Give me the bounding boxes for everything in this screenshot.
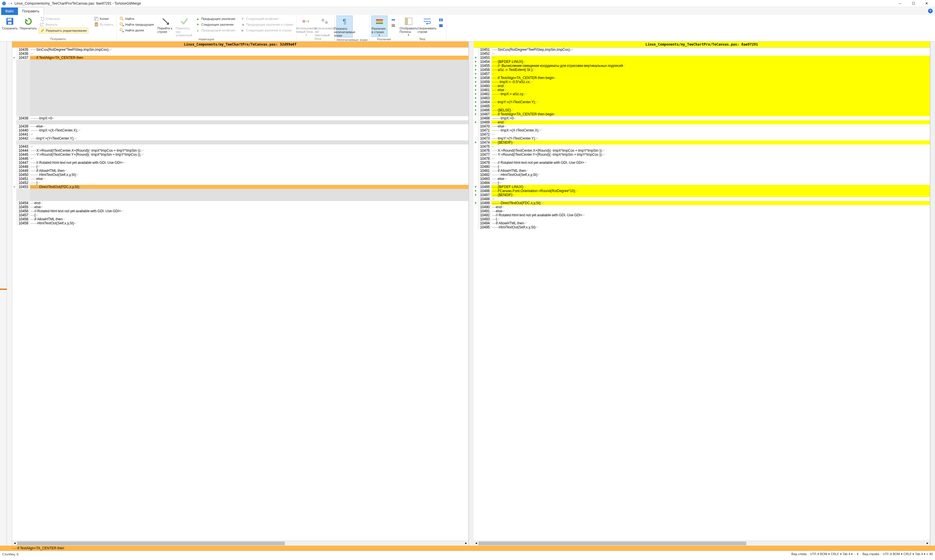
minimize-button[interactable]: ─ (893, 0, 907, 7)
reload-button[interactable]: Перечитать (20, 15, 36, 30)
paste-button[interactable]: Вставить (93, 22, 114, 27)
code-row[interactable]: 10459·······HtmlTextOut(Self,x,y,St)↵ (12, 221, 468, 225)
goto-line-button[interactable]: Перейти к строке (157, 15, 174, 34)
maximize-button[interactable]: ☐ (907, 0, 920, 7)
code-row[interactable]: 10449······if·AllowHTML·then↵ (12, 169, 468, 173)
code-row[interactable]: 10448······{↵ (12, 165, 468, 169)
code-row[interactable]: 10477······Y:=Round(ITextCenter.Y+{Round… (474, 152, 930, 157)
use-left-block-button[interactable]: Использовать левый блок▾ (298, 15, 314, 36)
code-row[interactable]: 10455····else↵ (12, 205, 468, 209)
code-row[interactable] (12, 108, 468, 112)
code-row[interactable]: 10482·········HtmlTextOut(Self,x,y,St)↵ (474, 173, 930, 177)
code-row[interactable] (12, 112, 468, 116)
code-row[interactable]: 10478↵ (474, 157, 930, 161)
code-row[interactable] (12, 193, 468, 197)
view-opt1-button[interactable] (438, 17, 444, 23)
code-row[interactable]: 10452↵ (474, 52, 930, 55)
code-row[interactable] (12, 197, 468, 201)
code-row[interactable]: 10479······//·Rotated·html·text·not·yet·… (474, 161, 930, 165)
code-row[interactable] (12, 84, 468, 88)
right-code[interactable]: 10451······SinCos(RotDegree*TeePiStep,tm… (474, 48, 930, 541)
code-row[interactable]: −10453·········DirectTextOut(FDC,x,y,St)… (12, 185, 468, 189)
code-row[interactable]: 10447······//·Rotated·html·text·not·yet·… (12, 161, 468, 165)
wrap-lines-button[interactable]: Сворачивать строки (419, 15, 435, 34)
enable-edit-button[interactable]: Разрешить редактирование (39, 28, 88, 34)
code-row[interactable]: 10438·········tmpX:=0↵ (12, 116, 468, 120)
code-row[interactable]: +10459········tmpX:=·-0.5*aSz.cx;↵ (474, 80, 930, 84)
code-row[interactable]: 10468·········tmpX:=0↵ (474, 116, 930, 120)
code-row[interactable]: 10435······SinCos(RotDegree*TeePiStep,tm… (12, 48, 468, 52)
show-bars-button[interactable]: Отображать Полосы▾ (401, 15, 417, 36)
find-prev-button[interactable]: Найти предыдущее (118, 22, 155, 27)
use-their-block-button[interactable]: Использовать 'их' текстовый блок▾ (316, 15, 333, 43)
save-button[interactable]: Сохранить (2, 15, 18, 30)
code-row[interactable] (12, 140, 468, 145)
find-next-button[interactable]: Найти далее (118, 28, 155, 33)
code-row[interactable]: 10436↵ (12, 52, 468, 55)
code-row[interactable]: 10473······tmpY:=(Y-ITextCenter.Y);↵ (474, 136, 930, 140)
code-row[interactable]: 10476······X:=Round(ITextCenter.X+{Round… (474, 149, 930, 152)
code-row[interactable]: 10446↵ (12, 157, 468, 161)
code-row[interactable]: +10487······{$ENDIF}↵ (474, 193, 930, 197)
code-row[interactable]: 10454····end↵ (12, 201, 468, 205)
show-whitespace-button[interactable]: ¶Показать непечатаемые знаки (336, 15, 353, 37)
code-row[interactable]: 10475↵ (474, 145, 930, 149)
left-hscroll[interactable]: ◂▸ (12, 541, 468, 546)
inline-diff-button[interactable]: Различия в строке▾ (372, 15, 387, 37)
code-row[interactable]: 10451······SinCos(RotDegree*TeePiStep,tm… (474, 48, 930, 52)
code-row[interactable]: +10467······if·TextAlign=TA_CENTER·then·… (474, 112, 930, 116)
code-row[interactable]: 10445······Y:=Round(ITextCenter.Y+{Round… (12, 152, 468, 157)
code-row[interactable]: 10471·········tmpX:=(X-ITextCenter.X);↵ (474, 128, 930, 132)
undo-button[interactable]: Отменить (39, 16, 88, 22)
next-conflict-button[interactable]: ▼Следующий конфликт (239, 16, 295, 22)
mark-resolved-button[interactable]: Пометить как улаженный (176, 15, 192, 37)
code-row[interactable]: 10493····{↵ (474, 217, 930, 221)
right-hscroll[interactable]: ◂▸ (474, 541, 930, 546)
code-row[interactable]: 10480······{↵ (474, 165, 930, 169)
code-row[interactable]: 10456····//·Rotated·html·text·not·yet·av… (12, 209, 468, 213)
code-row[interactable]: +10474······{$ENDIF}↵ (474, 140, 930, 145)
prev-inline-diff-button[interactable]: ◀Предыдущее различие в строке (239, 22, 295, 27)
tab-file[interactable]: Файл (1, 8, 18, 15)
code-row[interactable]: +10489·········DirectTextOut(FDC,x,y,St)… (474, 201, 930, 205)
code-row[interactable]: 10484······}↵ (474, 181, 930, 185)
code-row[interactable] (12, 80, 468, 84)
view-opt2-button[interactable] (438, 23, 444, 28)
code-row[interactable]: +10462·········tmpX:=-aSz.cy;↵ (474, 92, 930, 96)
code-row[interactable]: 10495·······HtmlTextOut(Self,x,y,St)↵ (474, 225, 930, 229)
code-row[interactable]: +10457↵ (474, 72, 930, 76)
mid-vscroll[interactable] (469, 42, 474, 546)
prev-diff-button[interactable]: ▲Предыдущее различие (194, 16, 237, 22)
code-row[interactable] (12, 88, 468, 92)
code-row[interactable]: +10466······{$ELSE}↵ (474, 108, 930, 112)
close-button[interactable]: ✕ (920, 0, 933, 7)
code-row[interactable] (12, 104, 468, 108)
right-vscroll[interactable] (930, 42, 935, 546)
code-row[interactable]: +10469······end↵ (474, 120, 930, 124)
code-row[interactable]: 10451······else↵ (12, 177, 468, 181)
code-row[interactable]: 10444······X:=Round(ITextCenter.X+{Round… (12, 149, 468, 152)
code-row[interactable]: 10491····else↵ (474, 209, 930, 213)
code-row[interactable]: +10486······FCanvas.Font.Orientation:=Ro… (474, 189, 930, 193)
code-row[interactable] (12, 76, 468, 80)
code-row[interactable]: +10455······//··Вычисление·смещения·коор… (474, 64, 930, 68)
diff-opt2-button[interactable] (390, 23, 397, 28)
next-diff-button[interactable]: ▼Следующее различие (194, 22, 237, 27)
find-button[interactable]: Найти (118, 16, 155, 22)
code-row[interactable] (12, 68, 468, 72)
code-row[interactable] (12, 92, 468, 96)
prev-conflict-button[interactable]: ▲Предыдущий конфликт (194, 28, 237, 33)
code-row[interactable]: 10483······else↵ (474, 177, 930, 181)
redo-button[interactable]: Вернуть (39, 22, 88, 27)
code-row[interactable]: 10443↵ (12, 145, 468, 149)
locator-bar[interactable] (0, 42, 7, 546)
copy-button[interactable]: Копия (93, 16, 114, 22)
code-row[interactable]: 10472↵ (474, 132, 930, 136)
code-row[interactable]: +10458······if·TextAlign=TA_CENTER·then·… (474, 76, 930, 80)
tab-fix[interactable]: Поправить (18, 7, 44, 15)
code-row[interactable]: 10439······else↵ (12, 124, 468, 128)
code-row[interactable]: 10452······}↵ (12, 181, 468, 185)
code-row[interactable]: 10457····{↵ (12, 213, 468, 217)
code-row[interactable]: +10454······{$IFDEF·LINUX}↵ (474, 60, 930, 64)
code-row[interactable]: 10494····if·AllowHTML·then↵ (474, 221, 930, 225)
